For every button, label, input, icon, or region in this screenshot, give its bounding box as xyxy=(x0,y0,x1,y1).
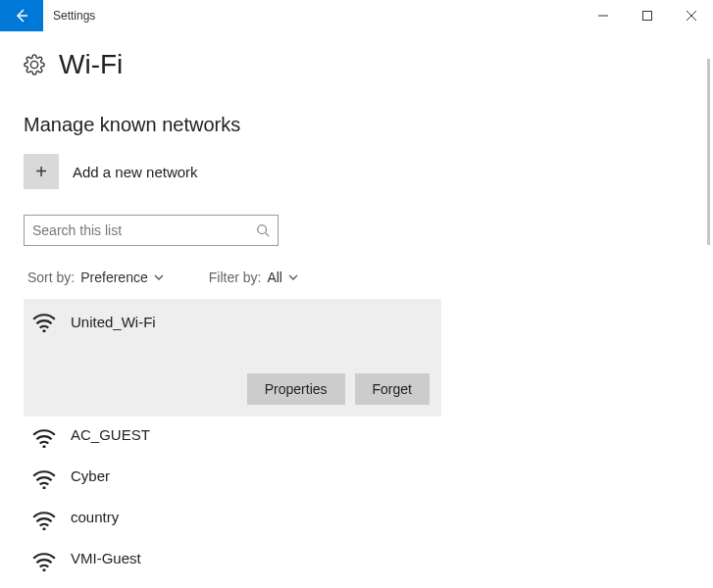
add-network-row[interactable]: + Add a new network xyxy=(24,154,689,189)
plus-icon: + xyxy=(24,154,59,189)
svg-point-8 xyxy=(42,445,45,448)
svg-point-5 xyxy=(258,225,267,234)
sort-value: Preference xyxy=(80,270,147,285)
network-row[interactable]: VMI-Guest xyxy=(24,540,689,581)
add-network-label: Add a new network xyxy=(73,164,198,180)
filter-by-dropdown[interactable]: Filter by: All xyxy=(209,270,298,285)
subheading: Manage known networks xyxy=(24,114,689,136)
page-header: Wi-Fi xyxy=(24,49,689,80)
filter-value: All xyxy=(267,270,282,285)
sort-label: Sort by: xyxy=(27,270,75,285)
search-icon xyxy=(256,223,270,237)
network-row[interactable]: Cyber xyxy=(24,458,689,499)
title-bar: Settings xyxy=(0,0,713,31)
wifi-icon xyxy=(31,509,57,530)
wifi-icon xyxy=(31,311,57,332)
forget-button[interactable]: Forget xyxy=(355,373,430,405)
maximize-button[interactable] xyxy=(625,0,669,31)
properties-button[interactable]: Properties xyxy=(247,373,345,405)
page-title: Wi-Fi xyxy=(59,49,123,80)
wifi-icon xyxy=(31,467,57,489)
window-title: Settings xyxy=(43,0,95,31)
svg-point-10 xyxy=(42,527,45,530)
sort-by-dropdown[interactable]: Sort by: Preference xyxy=(27,270,164,285)
search-input[interactable] xyxy=(32,222,256,238)
chevron-down-icon xyxy=(288,274,298,280)
wifi-icon xyxy=(31,426,57,448)
scrollbar[interactable] xyxy=(707,59,710,245)
close-button[interactable] xyxy=(669,0,713,31)
minimize-icon xyxy=(598,11,608,21)
gear-icon xyxy=(24,54,45,75)
svg-point-7 xyxy=(42,329,45,332)
network-row[interactable]: AC_GUEST xyxy=(24,416,689,458)
page-content: Wi-Fi Manage known networks + Add a new … xyxy=(0,31,713,588)
minimize-button[interactable] xyxy=(581,0,625,31)
networks-list: United_Wi-Fi Properties Forget AC_GUEST xyxy=(24,299,689,581)
network-name: VMI-Guest xyxy=(71,550,141,566)
svg-point-11 xyxy=(42,568,45,571)
network-row-selected[interactable]: United_Wi-Fi Properties Forget xyxy=(24,299,441,416)
svg-line-6 xyxy=(266,233,270,237)
network-name: United_Wi-Fi xyxy=(71,314,156,330)
back-arrow-icon xyxy=(14,8,29,24)
svg-rect-2 xyxy=(642,12,651,21)
network-name: Cyber xyxy=(71,467,110,484)
wifi-icon xyxy=(31,550,57,571)
svg-point-9 xyxy=(42,486,45,489)
network-name: country xyxy=(71,509,119,525)
filters-row: Sort by: Preference Filter by: All xyxy=(24,270,689,285)
filter-label: Filter by: xyxy=(209,270,262,285)
chevron-down-icon xyxy=(154,274,164,280)
network-row[interactable]: country xyxy=(24,499,689,540)
maximize-icon xyxy=(642,11,652,21)
close-icon xyxy=(687,11,696,21)
back-button[interactable] xyxy=(0,0,43,31)
search-box[interactable] xyxy=(24,215,279,246)
network-name: AC_GUEST xyxy=(71,426,150,443)
